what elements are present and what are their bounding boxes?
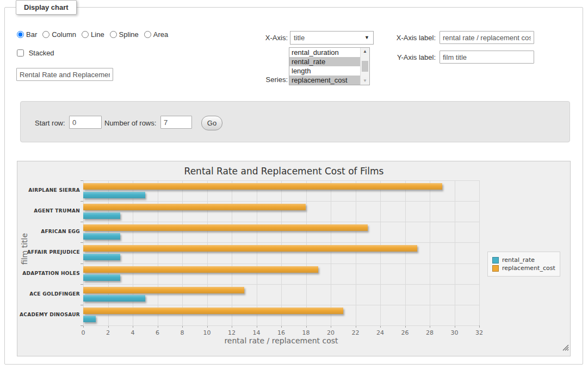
series-option-rental_duration[interactable]: rental_duration [289, 48, 360, 57]
chart-type-radio-column[interactable] [42, 31, 49, 38]
bar-rental_rate[interactable] [83, 254, 120, 260]
legend-item-rental_rate[interactable]: rental_rate [492, 256, 555, 264]
category-tick [81, 264, 83, 264]
chart-type-radio-spline[interactable] [110, 31, 117, 38]
plot-area: 02468101214161820222426283032AIRPLANE SI… [83, 180, 479, 325]
bar-replacement_cost[interactable] [83, 287, 244, 293]
series-listbox[interactable]: rental_durationrental_ratelengthreplacem… [289, 47, 370, 85]
chart-name-input[interactable] [16, 68, 113, 81]
go-button[interactable]: Go [201, 116, 222, 130]
bar-replacement_cost[interactable] [83, 224, 368, 231]
category-tick [81, 242, 83, 243]
gridline [356, 180, 356, 325]
gridline [158, 180, 158, 325]
bar-rental_rate[interactable] [83, 192, 145, 198]
x-tick-label: 2 [100, 329, 116, 336]
chart-type-area[interactable]: Area [144, 30, 168, 39]
bar-sheen [83, 245, 417, 252]
start-row-input[interactable] [69, 116, 102, 129]
x-tick-label: 8 [174, 329, 190, 336]
stacked-checkbox-row[interactable]: Stacked [17, 49, 54, 57]
category-label: ADAPTATION HOLES [17, 271, 80, 276]
chart-type-label: Area [153, 30, 168, 39]
x-tick-label: 12 [224, 329, 240, 336]
number-of-rows-input[interactable] [160, 116, 192, 129]
bar-replacement_cost[interactable] [83, 204, 306, 210]
chart-type-column[interactable]: Column [42, 30, 76, 39]
category-label: AGENT TRUMAN [17, 208, 80, 214]
category-label: AIRPLANE SIERRA [17, 187, 80, 193]
chart-x-axis-title: rental rate / replacement cost [83, 336, 479, 345]
chart-title: Rental Rate and Replacement Cost of Film… [17, 166, 550, 177]
x-axis-label-input[interactable] [440, 31, 534, 44]
x-tick-label: 24 [372, 329, 388, 336]
stacked-checkbox[interactable] [17, 49, 24, 57]
x-tick-label: 28 [422, 329, 438, 336]
gridline [83, 180, 479, 181]
chart-type-spline[interactable]: Spline [110, 30, 139, 39]
scroll-down-icon[interactable]: ▼ [361, 77, 369, 85]
category-label: AFRICAN EGG [17, 229, 80, 234]
bar-replacement_cost[interactable] [83, 266, 318, 273]
bar-sheen [83, 192, 145, 198]
legend-swatch-replacement_cost [492, 265, 499, 272]
bar-replacement_cost[interactable] [83, 308, 343, 314]
chart-type-label: Spline [119, 30, 139, 39]
x-axis-select[interactable]: title ▼ [290, 31, 374, 45]
bar-sheen [83, 266, 318, 273]
category-tick [81, 325, 83, 326]
gridline [108, 180, 109, 325]
gridline [232, 180, 232, 325]
display-chart-panel: Display chart BarColumnLineSplineArea St… [4, 7, 583, 365]
gridline [83, 305, 479, 305]
bar-replacement_cost[interactable] [83, 245, 417, 252]
gridline [281, 180, 282, 325]
y-axis-label-input[interactable] [440, 51, 534, 64]
category-tick [81, 180, 83, 181]
bar-sheen [83, 316, 96, 322]
gridline [257, 180, 257, 325]
series-option-rental_rate[interactable]: rental_rate [289, 57, 360, 66]
x-tick-label: 6 [150, 329, 166, 336]
series-option-length[interactable]: length [289, 66, 360, 76]
x-axis-selected-value: title [294, 34, 305, 42]
gridline [83, 201, 479, 202]
chart-type-radio-bar[interactable] [17, 31, 24, 38]
legend-item-replacement_cost[interactable]: replacement_cost [492, 265, 555, 272]
chart-type-radio-area[interactable] [144, 31, 151, 38]
bar-rental_rate[interactable] [83, 274, 120, 281]
bar-rental_rate[interactable] [83, 233, 120, 240]
bar-sheen [83, 212, 120, 219]
series-options: rental_durationrental_ratelengthreplacem… [289, 48, 360, 85]
listbox-scrollbar[interactable]: ▲ ▼ [360, 48, 369, 85]
x-tick-label: 0 [75, 329, 91, 336]
gridline [133, 180, 133, 325]
gridline [83, 325, 479, 326]
bar-rental_rate[interactable] [83, 212, 120, 219]
scroll-up-icon[interactable]: ▲ [361, 48, 369, 55]
scrollbar-thumb[interactable] [362, 61, 368, 72]
bar-rental_rate[interactable] [83, 295, 145, 302]
x-tick-label: 10 [199, 329, 215, 336]
resize-grip-icon[interactable] [562, 344, 569, 351]
bar-sheen [83, 308, 343, 314]
panel-legend: Display chart [16, 0, 77, 15]
bar-sheen [83, 233, 120, 240]
gridline [83, 180, 84, 325]
chart-type-bar[interactable]: Bar [17, 30, 37, 39]
legend-swatch-rental_rate [492, 257, 499, 264]
bar-rental_rate[interactable] [83, 316, 96, 322]
gridline [479, 180, 480, 325]
chart-type-radio-group: BarColumnLineSplineArea [17, 30, 174, 39]
chart-type-label: Bar [26, 30, 37, 39]
bar-replacement_cost[interactable] [83, 183, 442, 190]
x-axis-tick [479, 325, 480, 328]
series-select-label: Series: [222, 76, 288, 84]
bar-sheen [83, 274, 120, 281]
chart-type-radio-line[interactable] [82, 31, 89, 38]
chart-container: Rental Rate and Replacement Cost of Film… [17, 161, 571, 356]
chart-type-line[interactable]: Line [82, 30, 104, 39]
x-tick-label: 4 [125, 329, 141, 336]
series-option-replacement_cost[interactable]: replacement_cost [289, 76, 360, 85]
start-row-label: Start row: [35, 119, 65, 127]
